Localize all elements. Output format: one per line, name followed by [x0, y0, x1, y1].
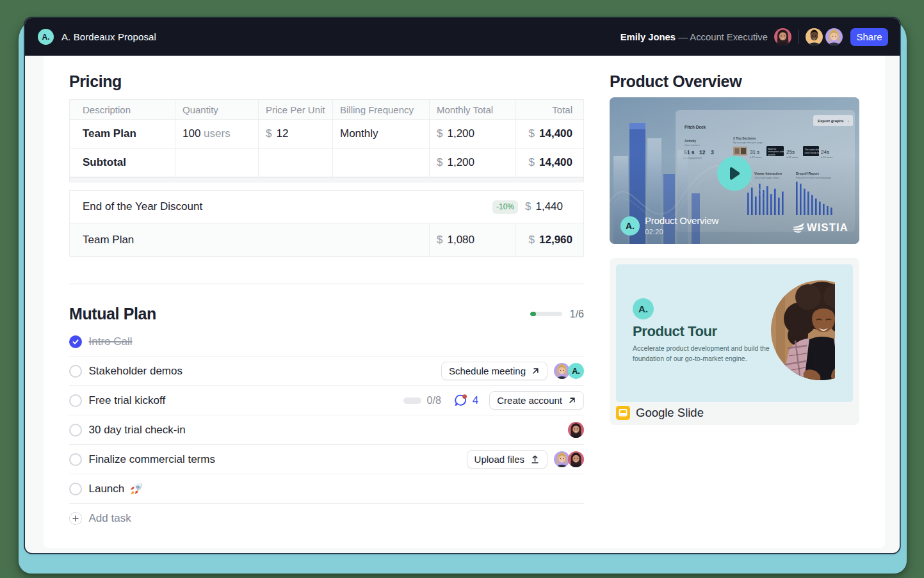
task-list: Intro Call Stakeholder demos Schedule me…: [69, 327, 584, 533]
table-row-discount: End of the Year Discount -10% $1,440: [70, 191, 583, 223]
schedule-meeting-button[interactable]: Schedule meeting: [441, 362, 547, 380]
discount-table: End of the Year Discount -10% $1,440 Tea…: [69, 190, 584, 257]
avatar-initial: A.: [626, 221, 635, 231]
check-icon: [72, 338, 79, 346]
cell-discount-label: End of the Year Discount: [70, 200, 202, 213]
rocket-emoji: [129, 481, 143, 495]
col-price-per-unit: Price Per Unit: [259, 100, 333, 119]
avatar-teal-a: A.: [568, 363, 584, 379]
slide-thumbnail: A. Product Tour Accelerate product devel…: [616, 264, 853, 402]
upload-icon: [530, 454, 540, 464]
proposal-page: A. A. Bordeaux Proposal Emily Jones — Ac…: [25, 18, 900, 553]
task-row-30-day-trial: 30 day trial check-in: [69, 415, 584, 445]
task-row-launch: Launch: [69, 474, 584, 504]
discount-amount-value: 1,440: [535, 200, 563, 213]
avatar-viewer-2[interactable]: [825, 28, 843, 45]
col-description: Description: [70, 100, 175, 119]
currency-sign: $: [525, 200, 531, 213]
progress-track: [530, 312, 562, 316]
video-title: Product Overview: [645, 215, 718, 226]
task-label: Stakeholder demos: [89, 365, 182, 378]
unread-dot: [462, 394, 467, 399]
cell-empty-billing: [333, 149, 430, 177]
logo-initial: A.: [42, 33, 50, 42]
total-value: 14,400: [539, 127, 572, 140]
table-spacer-row: [70, 177, 583, 182]
monthly-total-value: 1,080: [447, 234, 474, 246]
share-button[interactable]: Share: [850, 28, 888, 46]
proposal-logo-avatar: A.: [38, 29, 54, 45]
comment-bubble-icon: [454, 394, 467, 407]
currency-sign: $: [437, 156, 442, 169]
video-embed[interactable]: Pitch Deck Export graphs ↓ Activity Core…: [610, 97, 859, 244]
task-label: Launch: [89, 483, 125, 495]
col-monthly-total: Monthly Total: [430, 100, 515, 119]
avatar-photo: [806, 28, 823, 45]
slide-photo-image: [771, 280, 835, 380]
comments-indicator[interactable]: 4: [454, 394, 478, 407]
currency-sign: $: [529, 156, 535, 169]
cell-discounted-monthly: $1,080: [430, 223, 515, 256]
avatar-emily-jones[interactable]: [774, 28, 791, 45]
create-account-button[interactable]: Create account: [489, 391, 584, 410]
price-value: 12: [276, 127, 288, 140]
owner-name: Emily Jones: [620, 32, 676, 42]
button-label: Upload files: [474, 454, 524, 465]
google-slide-embed[interactable]: A. Product Tour Accelerate product devel…: [610, 258, 859, 425]
task-row-actions: Schedule meeting A.: [441, 362, 584, 380]
photo-circle-mask: [771, 280, 835, 380]
topbar-right: Emily Jones — Account Executive Share: [620, 28, 900, 46]
cell-billing-frequency: Monthly: [333, 120, 430, 148]
task-row-finalize-terms: Finalize commercial terms Upload files: [69, 445, 584, 474]
checkbox-checked[interactable]: [69, 335, 82, 348]
task-avatars: [568, 422, 584, 438]
discount-badge: -10%: [492, 200, 518, 214]
add-task-row[interactable]: Add task: [69, 504, 584, 533]
table-row-discounted-team-plan: Team Plan $1,080 $12,960: [70, 223, 583, 256]
video-avatar: A.: [620, 216, 640, 236]
play-button[interactable]: [717, 156, 752, 191]
proposal-window: A. A. Bordeaux Proposal Emily Jones — Ac…: [19, 18, 907, 574]
add-task-circle[interactable]: [69, 512, 82, 525]
cell-monthly-total: $1,200: [430, 120, 515, 148]
currency-sign: $: [437, 127, 442, 140]
checkbox-empty[interactable]: [69, 394, 82, 407]
checkbox-empty[interactable]: [69, 483, 82, 495]
task-row-stakeholder-demos: Stakeholder demos Schedule meeting A.: [69, 357, 584, 386]
upload-files-button[interactable]: Upload files: [467, 450, 547, 469]
slide-caption-label: Google Slide: [636, 406, 704, 420]
video-caption: A. Product Overview 02:20: [610, 195, 859, 244]
mutual-plan-header: Mutual Plan 1/6: [69, 305, 584, 323]
col-quantity: Quantity: [175, 100, 259, 119]
avatar-initial: A.: [572, 367, 580, 376]
avatar-viewer-1[interactable]: [806, 28, 823, 45]
cell-subtotal-monthly: $1,200: [430, 149, 515, 177]
proposal-title: A. Bordeaux Proposal: [61, 31, 156, 42]
cell-subtotal-label: Subtotal: [70, 149, 175, 177]
cell-discount-amount: $1,440: [525, 200, 583, 213]
checkbox-empty[interactable]: [69, 453, 82, 466]
checkbox-empty[interactable]: [69, 365, 82, 378]
button-label: Schedule meeting: [449, 365, 526, 376]
checkbox-empty[interactable]: [69, 424, 82, 437]
slide-caption: Google Slide: [616, 406, 704, 420]
task-row-intro-call: Intro Call: [69, 327, 584, 357]
total-value: 12,960: [539, 234, 572, 246]
task-label: Intro Call: [89, 335, 133, 348]
task-avatars: [554, 451, 584, 467]
pricing-table-header: Description Quantity Price Per Unit Bill…: [70, 100, 583, 120]
avatar-photo: [774, 28, 791, 45]
arrow-up-right-icon: [568, 396, 576, 405]
currency-sign: $: [529, 234, 535, 246]
cell-discounted-label: Team Plan: [70, 223, 430, 256]
arrow-up-right-icon: [531, 367, 540, 375]
avatar-photo: [568, 422, 584, 438]
task-row-actions: 0/8 4 Create account: [403, 391, 584, 410]
play-icon: [727, 166, 742, 181]
pricing-title: Pricing: [69, 72, 122, 91]
task-label: Finalize commercial terms: [89, 453, 215, 466]
wistia-icon: [793, 223, 804, 233]
task-row-actions: Upload files: [467, 450, 584, 469]
video-duration: 02:20: [645, 228, 718, 236]
slide-subtitle-line1: Accelerate product development and build…: [633, 344, 770, 352]
